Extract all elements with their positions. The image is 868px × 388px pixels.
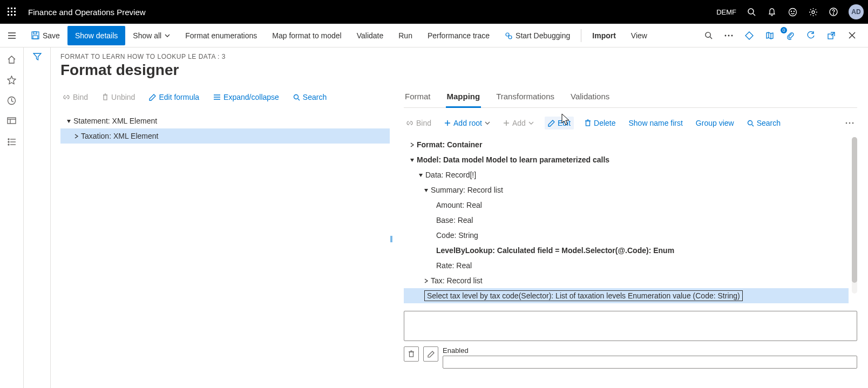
view-button[interactable]: View	[623, 26, 655, 45]
pane-splitter[interactable]: ‖	[390, 89, 393, 388]
tree-row-statement[interactable]: Statement: XML Element	[60, 113, 390, 128]
save-button[interactable]: Save	[24, 26, 67, 45]
refresh-icon[interactable]	[803, 28, 818, 43]
edit-formula-button[interactable]: Edit formula	[147, 92, 201, 103]
search-cmd-icon[interactable]	[701, 28, 716, 43]
svg-rect-21	[33, 32, 37, 34]
hamburger-icon[interactable]	[4, 32, 19, 39]
delete-small-button[interactable]	[404, 346, 419, 362]
attachment-icon[interactable]: 0	[783, 28, 798, 43]
tree-row[interactable]: Tax: Record list	[404, 273, 849, 288]
svg-line-25	[508, 36, 509, 36]
company-label[interactable]: DEMF	[716, 8, 736, 16]
tab-format[interactable]: Format	[404, 89, 432, 107]
search-right-button[interactable]: Search	[745, 118, 783, 128]
tree-row[interactable]: Amount: Real	[404, 198, 849, 213]
workspace-icon[interactable]	[6, 115, 17, 126]
tree-row[interactable]: Model: Data model Model to learn paramet…	[404, 152, 849, 167]
home-icon[interactable]	[6, 54, 17, 65]
popout-icon[interactable]	[824, 28, 839, 43]
show-name-first-button[interactable]: Show name first	[626, 118, 684, 128]
caret-down-icon[interactable]	[65, 119, 72, 124]
tree-label: Statement: XML Element	[73, 117, 157, 125]
svg-point-13	[794, 11, 794, 11]
bind-button[interactable]: Bind	[60, 92, 90, 103]
svg-point-43	[8, 141, 9, 142]
caret-right-icon[interactable]	[422, 278, 430, 283]
modules-icon[interactable]	[6, 136, 17, 147]
caret-down-icon[interactable]	[422, 188, 430, 193]
tree-row[interactable]: Format: Container	[404, 137, 849, 152]
more-icon[interactable]	[721, 28, 736, 43]
more-right-icon[interactable]	[842, 115, 857, 131]
caret-right-icon[interactable]	[72, 134, 80, 139]
svg-point-30	[731, 35, 733, 36]
avatar[interactable]: AD	[849, 4, 864, 19]
show-all-button[interactable]: Show all	[125, 26, 178, 45]
attachment-badge: 0	[781, 27, 787, 33]
expand-collapse-button[interactable]: Expand/collapse	[211, 92, 281, 103]
tab-validations[interactable]: Validations	[569, 89, 611, 107]
scrollbar[interactable]	[852, 137, 857, 294]
left-nav	[0, 47, 24, 388]
tree-row[interactable]: Data: Record[!]	[404, 167, 849, 182]
diamond-icon[interactable]	[742, 28, 757, 43]
svg-point-64	[846, 122, 847, 124]
validate-button[interactable]: Validate	[349, 26, 391, 45]
tree-row-selected[interactable]: Select tax level by tax code(Selector): …	[404, 288, 849, 303]
smile-icon[interactable]	[787, 6, 798, 17]
svg-rect-6	[8, 14, 9, 16]
formula-box[interactable]	[404, 311, 857, 341]
delete-button[interactable]: Delete	[582, 118, 618, 128]
edit-small-button[interactable]	[423, 346, 438, 362]
bind-right-button[interactable]: Bind	[404, 118, 433, 128]
tree-row[interactable]: LevelByLookup: Calculated field = Model.…	[404, 243, 849, 258]
gear-icon[interactable]	[808, 6, 818, 17]
show-details-button[interactable]: Show details	[67, 26, 125, 45]
app-title: Finance and Operations Preview	[28, 8, 146, 17]
unbind-button[interactable]: Unbind	[100, 92, 137, 103]
caret-right-icon[interactable]	[408, 142, 416, 147]
run-button[interactable]: Run	[391, 26, 420, 45]
history-icon[interactable]	[6, 95, 17, 106]
svg-rect-8	[14, 14, 16, 16]
tree-row[interactable]: Base: Real	[404, 213, 849, 228]
app-launcher-icon[interactable]	[4, 4, 19, 19]
caret-down-icon[interactable]	[417, 173, 424, 178]
edit-button[interactable]: Edit	[545, 117, 574, 130]
svg-point-9	[748, 9, 754, 14]
start-debugging-button[interactable]: Start Debugging	[497, 26, 578, 45]
map-icon[interactable]	[762, 28, 777, 43]
close-icon[interactable]	[844, 28, 859, 43]
filter-icon[interactable]	[33, 53, 42, 388]
enabled-input[interactable]	[443, 356, 857, 369]
tree-row[interactable]: Summary: Record list	[404, 182, 849, 198]
tree-row[interactable]: Rate: Real	[404, 258, 849, 273]
add-button[interactable]: Add	[501, 118, 536, 128]
bell-icon[interactable]	[767, 6, 777, 17]
divider	[581, 29, 581, 42]
svg-rect-4	[11, 11, 12, 12]
enabled-label: Enabled	[443, 346, 857, 355]
svg-point-66	[852, 122, 854, 124]
caret-down-icon[interactable]	[408, 158, 416, 162]
svg-point-45	[8, 144, 9, 145]
add-root-button[interactable]: Add root	[442, 118, 492, 128]
svg-point-29	[728, 35, 730, 36]
tab-mapping[interactable]: Mapping	[446, 89, 482, 108]
svg-rect-67	[410, 352, 413, 357]
search-icon[interactable]	[746, 6, 757, 17]
svg-rect-7	[11, 14, 12, 16]
search-left-button[interactable]: Search	[291, 92, 329, 103]
tab-transformations[interactable]: Transformations	[495, 89, 555, 107]
map-format-button[interactable]: Map format to model	[265, 26, 349, 45]
tree-row-taxation[interactable]: Taxation: XML Element	[60, 128, 390, 144]
help-icon[interactable]	[828, 6, 839, 17]
tree-row[interactable]: Code: String	[404, 228, 849, 243]
format-enumerations-button[interactable]: Format enumerations	[178, 26, 265, 45]
filter-column	[24, 47, 51, 388]
star-icon[interactable]	[6, 74, 17, 85]
performance-trace-button[interactable]: Performance trace	[420, 26, 497, 45]
group-view-button[interactable]: Group view	[694, 118, 736, 128]
import-button[interactable]: Import	[585, 26, 623, 45]
